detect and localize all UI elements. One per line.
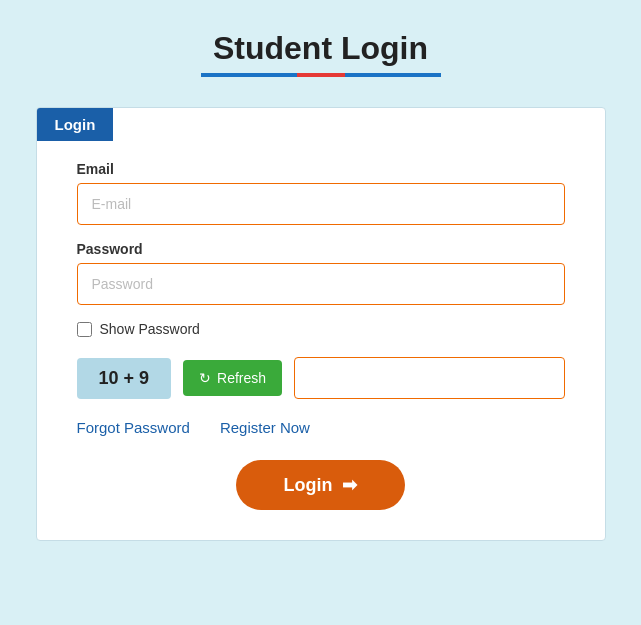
email-label: Email <box>77 161 565 177</box>
title-underline <box>201 73 441 77</box>
password-group: Password <box>77 241 565 305</box>
password-input[interactable] <box>77 263 565 305</box>
login-button-label: Login <box>284 475 333 496</box>
form-area: Email Password Show Password 10 + 9 ↻ Re… <box>37 161 605 510</box>
forgot-password-link[interactable]: Forgot Password <box>77 419 190 436</box>
underline-right <box>345 73 441 77</box>
page-title: Student Login <box>201 30 441 67</box>
show-password-checkbox[interactable] <box>77 322 92 337</box>
login-arrow-icon: ➡ <box>342 474 357 496</box>
captcha-display: 10 + 9 <box>77 358 172 399</box>
password-label: Password <box>77 241 565 257</box>
underline-middle <box>297 73 345 77</box>
show-password-label: Show Password <box>100 321 200 337</box>
refresh-button[interactable]: ↻ Refresh <box>183 360 282 396</box>
login-tab: Login <box>37 108 114 141</box>
links-row: Forgot Password Register Now <box>77 419 565 436</box>
register-link[interactable]: Register Now <box>220 419 310 436</box>
refresh-label: Refresh <box>217 370 266 386</box>
show-password-row: Show Password <box>77 321 565 337</box>
page-title-area: Student Login <box>201 30 441 77</box>
login-card: Login Email Password Show Password 10 + … <box>36 107 606 541</box>
login-button[interactable]: Login ➡ <box>236 460 406 510</box>
email-input[interactable] <box>77 183 565 225</box>
refresh-icon: ↻ <box>199 370 211 386</box>
captcha-row: 10 + 9 ↻ Refresh <box>77 357 565 399</box>
underline-left <box>201 73 297 77</box>
captcha-input[interactable] <box>294 357 564 399</box>
email-group: Email <box>77 161 565 225</box>
login-btn-row: Login ➡ <box>77 460 565 510</box>
